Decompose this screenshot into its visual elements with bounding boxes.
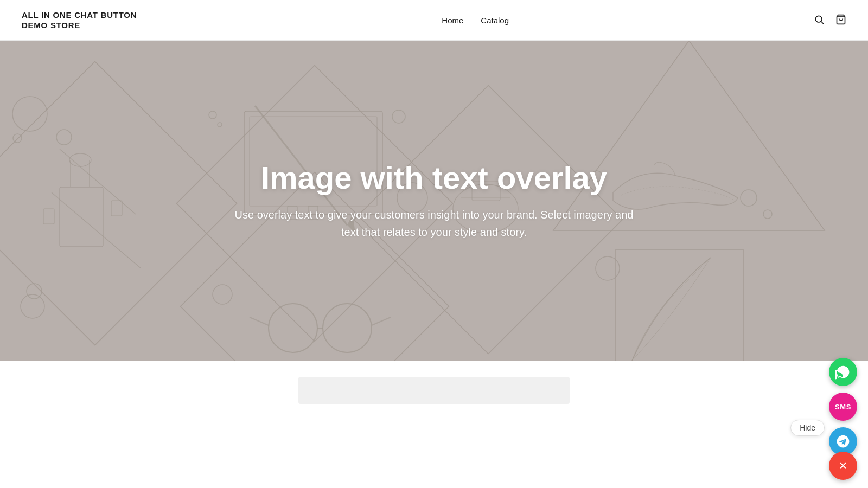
hero-section: Image with text overlay Use overlay text… — [0, 41, 868, 361]
hide-button[interactable]: Hide — [790, 420, 825, 436]
chat-buttons-container: SMS — [829, 358, 857, 455]
sms-button[interactable]: SMS — [829, 393, 857, 421]
cart-icon[interactable] — [835, 14, 846, 27]
header-actions — [814, 14, 846, 27]
store-title: ALL IN ONE CHAT BUTTON DEMO STORE — [22, 10, 137, 31]
svg-point-0 — [815, 16, 822, 22]
nav-catalog[interactable]: Catalog — [481, 16, 509, 25]
site-header: ALL IN ONE CHAT BUTTON DEMO STORE Home C… — [0, 0, 868, 41]
close-chat-button[interactable]: × — [829, 452, 857, 480]
hero-title: Image with text overlay — [228, 160, 640, 195]
nav-home[interactable]: Home — [442, 16, 463, 25]
whatsapp-button[interactable] — [829, 358, 857, 386]
main-nav: Home Catalog — [442, 16, 509, 25]
close-icon: × — [839, 457, 847, 474]
hero-subtitle: Use overlay text to give your customers … — [228, 206, 640, 241]
svg-line-1 — [821, 21, 824, 24]
search-icon[interactable] — [814, 14, 825, 27]
below-hero-section — [0, 361, 868, 488]
content-placeholder — [298, 377, 570, 404]
sms-icon: SMS — [835, 403, 851, 411]
hero-overlay: Image with text overlay Use overlay text… — [217, 160, 651, 241]
